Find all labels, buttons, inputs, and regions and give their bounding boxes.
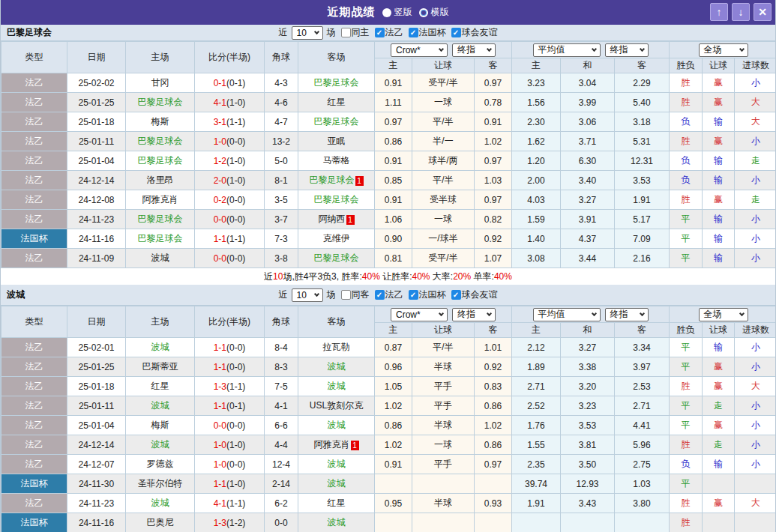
odds-source-select[interactable]: Crow* bbox=[391, 308, 448, 321]
handicap-odds-home-cell: 1.11 bbox=[375, 93, 412, 112]
move-down-button[interactable]: ↓ bbox=[732, 3, 750, 21]
result-goals-cell: 大 bbox=[735, 377, 776, 396]
near-count-select[interactable]: 10 bbox=[292, 26, 323, 40]
score-cell: 1-1(0-1) bbox=[195, 396, 265, 416]
col-type: 类型 bbox=[1, 306, 67, 338]
close-button[interactable]: ✕ bbox=[754, 3, 772, 21]
corner-cell: 6-2 bbox=[265, 494, 298, 513]
league-checkbox-group: ✓法乙✓法国杯✓球会友谊 bbox=[370, 288, 498, 301]
avg-odds-draw-cell: 3.50 bbox=[561, 455, 615, 474]
summary-segment: 让胜率: bbox=[380, 270, 412, 283]
league-checkbox[interactable]: ✓ bbox=[451, 28, 461, 37]
result-wdl-cell: 胜 bbox=[670, 377, 703, 396]
layout-radio-vertical[interactable]: 竖版 bbox=[382, 6, 412, 19]
same-venue-checkbox[interactable] bbox=[341, 28, 351, 37]
handicap-odds-away-cell bbox=[475, 513, 512, 532]
result-handicap-cell: 赢 bbox=[703, 93, 735, 112]
result-wdl-cell: 负 bbox=[670, 112, 703, 132]
avg-odds-draw-cell: 3.27 bbox=[561, 190, 615, 210]
match-date-cell: 25-01-18 bbox=[67, 112, 126, 132]
odds-time-select[interactable]: 终指 bbox=[452, 43, 496, 57]
match-row: 法乙24-11-09波城0-0(0-0)3-8巴黎足球会0.81受平/半1.07… bbox=[1, 249, 776, 268]
result-goals-cell: 小 bbox=[735, 416, 776, 435]
team-title: 波城 bbox=[7, 288, 25, 301]
avg-odds-home-cell: 3.23 bbox=[512, 73, 561, 93]
score-halftime: (0-0) bbox=[226, 459, 245, 470]
match-date-cell: 25-01-11 bbox=[67, 132, 126, 151]
move-up-button[interactable]: ↑ bbox=[710, 3, 728, 21]
handicap-odds-home-cell bbox=[375, 513, 412, 532]
scope-select[interactable]: 全场 bbox=[699, 43, 748, 57]
result-wdl-cell: 胜 bbox=[670, 190, 703, 210]
handicap-line-cell: 一/球半 bbox=[412, 229, 475, 249]
team-name: 巴斯蒂亚 bbox=[142, 361, 178, 372]
odds-source-select[interactable]: Crow* bbox=[391, 43, 448, 57]
col-away: 客场 bbox=[298, 306, 375, 338]
match-row: 法乙25-01-25巴黎足球会4-1(1-0)4-6红星1.11一球0.781.… bbox=[1, 93, 776, 112]
team-name: 巴黎足球会 bbox=[138, 97, 183, 107]
home-team-cell: 巴斯蒂亚 bbox=[126, 357, 195, 377]
league-checkbox[interactable]: ✓ bbox=[451, 290, 461, 300]
avg-odds-away-cell: 1.91 bbox=[615, 190, 670, 210]
match-date-cell: 24-11-23 bbox=[67, 494, 126, 513]
subcol-avg-away: 客 bbox=[615, 323, 670, 338]
match-date-cell: 25-01-18 bbox=[67, 377, 126, 396]
score-fulltime: 1-0 bbox=[214, 459, 226, 470]
away-team-cell: USL敦刻尔克 bbox=[298, 396, 375, 416]
match-type-cell: 法乙 bbox=[1, 396, 67, 416]
avg-odds-home-cell: 2.71 bbox=[512, 377, 561, 396]
handicap-odds-home-cell: 1.06 bbox=[375, 210, 412, 229]
match-row: 法乙24-12-08阿雅克肖0-2(0-0)3-5巴黎足球会0.91受半球0.9… bbox=[1, 190, 776, 210]
match-date-cell: 25-01-25 bbox=[67, 93, 126, 112]
handicap-odds-home-cell: 0.90 bbox=[375, 229, 412, 249]
score-halftime: (1-1) bbox=[226, 234, 245, 244]
league-checkbox[interactable]: ✓ bbox=[375, 28, 385, 37]
score-cell: 1-0(0-0) bbox=[195, 132, 265, 151]
away-team-cell: 马蒂格 bbox=[298, 151, 375, 171]
red-card-badge: 1 bbox=[346, 215, 355, 225]
league-checkbox[interactable]: ✓ bbox=[409, 28, 418, 37]
avg-odds-away-cell: 2.29 bbox=[615, 73, 670, 93]
handicap-odds-away-cell: 1.01 bbox=[475, 338, 512, 357]
scope-select[interactable]: 全场 bbox=[699, 308, 748, 321]
average-group-header: 平均值 终指 bbox=[512, 42, 670, 58]
chevron-down-icon bbox=[639, 310, 644, 315]
avg-source-select[interactable]: 平均值 bbox=[533, 43, 601, 57]
near-label: 近 bbox=[279, 26, 288, 39]
layout-radio-horizontal[interactable]: 横版 bbox=[419, 6, 449, 19]
average-group-header: 平均值 终指 bbox=[512, 306, 670, 323]
home-team-cell: 波城 bbox=[126, 338, 195, 357]
avg-time-select[interactable]: 终指 bbox=[605, 308, 649, 321]
match-date-cell: 24-11-16 bbox=[67, 229, 126, 249]
result-wdl-cell: 胜 bbox=[670, 93, 703, 112]
near-count-select[interactable]: 10 bbox=[292, 288, 323, 302]
team-name: 波城 bbox=[151, 342, 169, 352]
score-fulltime: 1-2 bbox=[214, 156, 226, 166]
avg-time-select[interactable]: 终指 bbox=[605, 43, 649, 57]
handicap-odds-home-cell: 0.96 bbox=[375, 357, 412, 377]
handicap-odds-home-cell: 1.02 bbox=[375, 435, 412, 455]
avg-source-select[interactable]: 平均值 bbox=[533, 308, 601, 321]
avg-odds-draw-cell: 3.04 bbox=[561, 73, 615, 93]
match-row: 法乙25-02-01波城1-1(0-0)8-4拉瓦勒0.87平/半1.012.1… bbox=[1, 338, 776, 357]
avg-odds-draw-cell: 12.93 bbox=[561, 474, 615, 494]
avg-odds-draw-cell: 3.27 bbox=[561, 338, 615, 357]
match-date-cell: 24-11-30 bbox=[67, 474, 126, 494]
team-name: USL敦刻尔克 bbox=[310, 400, 363, 411]
league-checkbox[interactable]: ✓ bbox=[375, 290, 385, 300]
league-checkbox[interactable]: ✓ bbox=[409, 290, 418, 300]
result-goals-cell: 走 bbox=[735, 190, 776, 210]
score-cell: 4-1(1-0) bbox=[195, 93, 265, 112]
corner-cell: 7-3 bbox=[265, 229, 298, 249]
away-team-cell: 亚眠 bbox=[298, 132, 375, 151]
match-type-cell: 法国杯 bbox=[1, 229, 67, 249]
handicap-line-cell: 平手 bbox=[412, 455, 475, 474]
score-halftime: (1-0) bbox=[226, 479, 245, 489]
handicap-odds-away-cell: 0.78 bbox=[475, 93, 512, 112]
handicap-line-cell: 受平/半 bbox=[412, 249, 475, 268]
team-name: 巴黎足球会 bbox=[314, 194, 359, 205]
team-name: 巴奥尼 bbox=[147, 517, 174, 528]
same-venue-checkbox[interactable] bbox=[341, 290, 351, 300]
same-venue-label: 同主 bbox=[352, 26, 370, 39]
odds-time-select[interactable]: 终指 bbox=[452, 308, 496, 321]
